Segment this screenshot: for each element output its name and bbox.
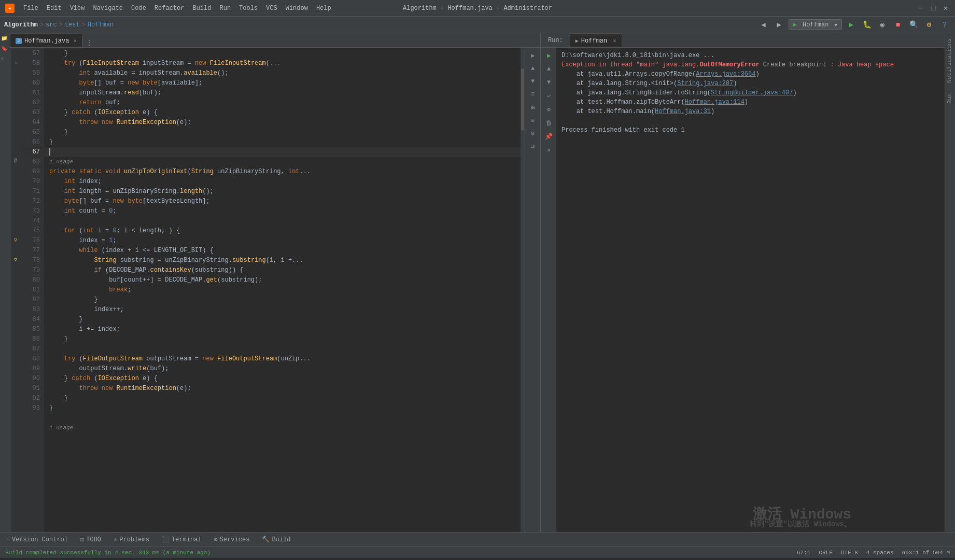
line-num-68: 68 <box>21 157 44 167</box>
menu-view[interactable]: View <box>66 3 89 13</box>
status-right: 67:1 CRLF UTF-8 4 spaces 693:1 of 504 M <box>797 550 950 556</box>
gutter-65 <box>10 127 21 136</box>
settings-button[interactable]: ⚙ <box>923 19 935 31</box>
scroll-down-button[interactable]: ▼ <box>527 76 539 87</box>
tab-problems[interactable]: ⚠ Problems <box>111 533 151 547</box>
line-ending[interactable]: CRLF <box>819 550 832 556</box>
find-in-file-button[interactable]: ≡ <box>527 89 539 100</box>
gutter-72 <box>10 195 21 205</box>
tab-version-control[interactable]: ⑃ Version Control <box>4 533 70 547</box>
link-hoffman-114[interactable]: Hoffman.java:114 <box>685 99 745 106</box>
run-clear-button[interactable]: 🗑 <box>543 117 555 129</box>
run-side-panel[interactable]: Run <box>945 88 955 109</box>
menu-file[interactable]: File <box>20 3 42 13</box>
run-pin-button[interactable]: 📌 <box>543 131 555 142</box>
breadcrumb-toggle[interactable]: ⇄ <box>527 141 539 152</box>
gutter-62 <box>10 97 21 107</box>
code-editor[interactable]: ⚠ @ ▽ ▽ <box>10 48 540 532</box>
bookmarks-icon[interactable]: 🔖 <box>1 46 9 54</box>
menu-build[interactable]: Build <box>189 3 215 13</box>
gutter-74 <box>10 215 21 225</box>
run-tab-close[interactable]: ✕ <box>613 37 616 44</box>
link-hoffman-31[interactable]: Hoffman.java:31 <box>655 108 711 115</box>
gutter-64 <box>10 117 21 127</box>
run-scroll-bottom[interactable]: ▼ <box>543 77 555 88</box>
tab-build[interactable]: 🔨 Build <box>260 533 292 547</box>
run-line-button[interactable]: ▶ <box>527 50 539 61</box>
project-icon[interactable]: 📁 <box>1 35 9 44</box>
code-line-72: int count = 0; <box>44 206 521 216</box>
menu-help[interactable]: Help <box>313 3 335 13</box>
run-restart-button[interactable]: ▶ <box>543 50 555 61</box>
run-tab[interactable]: ▶ Hoffman ✕ <box>570 34 622 47</box>
run-button[interactable]: ▶ <box>845 19 858 31</box>
tab-services[interactable]: ⚙ Services <box>212 533 252 547</box>
scroll-up-button[interactable]: ▲ <box>527 63 539 74</box>
code-line-84: i += index; <box>44 325 521 334</box>
column-button[interactable]: ⊞ <box>527 102 539 113</box>
debug-button[interactable]: 🐛 <box>861 19 873 31</box>
menu-edit[interactable]: Edit <box>43 3 65 13</box>
build-label: Build <box>272 536 290 543</box>
cursor-position[interactable]: 67:1 <box>797 550 810 556</box>
nav-forward-button[interactable]: ▶ <box>773 19 785 31</box>
run-close-button[interactable]: ✕ <box>543 144 555 156</box>
right-panel: Notifications Run <box>945 33 955 532</box>
link-arrays[interactable]: Arrays.java:3664 <box>696 71 755 78</box>
tab-todo[interactable]: ☑ TODO <box>78 533 103 547</box>
help-button[interactable]: ? <box>938 19 951 31</box>
run-line-2: Exception in thread "main" java.lang.Out… <box>561 60 939 69</box>
close-button[interactable]: ✕ <box>942 4 950 12</box>
menu-navigate[interactable]: Navigate <box>89 3 127 13</box>
run-wrap-button[interactable]: ↩ <box>543 90 555 102</box>
link-string[interactable]: String.java:207 <box>677 80 733 87</box>
tab-close-button[interactable]: ✕ <box>73 37 77 44</box>
scroll-thumb[interactable] <box>521 68 524 131</box>
link-stringbuilder[interactable]: StringBuilder.java:407 <box>711 89 793 96</box>
code-content[interactable]: } try (FileInputStream inputStream = new… <box>44 48 521 532</box>
run-with-coverage-button[interactable]: ◉ <box>876 19 889 31</box>
code-line-71: byte[] buf = new byte[textBytesLength]; <box>44 197 521 206</box>
code-line-80: break; <box>44 285 521 295</box>
menu-window[interactable]: Window <box>282 3 312 13</box>
indent-setting[interactable]: 4 spaces <box>866 550 894 556</box>
encoding[interactable]: UTF-8 <box>841 550 858 556</box>
menu-refactor[interactable]: Refactor <box>151 3 188 13</box>
maximize-button[interactable]: □ <box>929 4 937 12</box>
structure-icon[interactable]: ≡ <box>1 56 9 64</box>
line-num-70: 70 <box>21 177 44 187</box>
diff-button[interactable]: ⊙ <box>527 115 539 126</box>
line-num-59: 59 <box>21 68 44 78</box>
gutter-76: ▽ <box>10 235 21 245</box>
breadcrumb-project[interactable]: Algorithm <box>4 21 38 29</box>
tab-terminal[interactable]: ⬛ Terminal <box>160 533 204 547</box>
breadcrumb-file[interactable]: Hoffman <box>88 21 114 29</box>
notifications-panel[interactable]: Notifications <box>945 33 955 88</box>
create-breakpoint[interactable]: Create breakpoint <box>760 61 827 68</box>
menu-run[interactable]: Run <box>216 3 234 13</box>
run-config-label: Hoffman <box>803 21 828 29</box>
menu-code[interactable]: Code <box>128 3 150 13</box>
search-button[interactable]: 🔍 <box>907 19 920 31</box>
menu-vcs[interactable]: VCS <box>262 3 281 13</box>
line-num-62: 62 <box>21 98 44 108</box>
code-line-93 <box>44 413 521 423</box>
run-settings-button[interactable]: ⚙ <box>543 104 555 115</box>
tab-more-button[interactable]: ⋮ <box>82 38 96 47</box>
run-scroll-top[interactable]: ▲ <box>543 63 555 75</box>
history-button[interactable]: ⊗ <box>527 128 539 139</box>
vertical-scrollbar[interactable] <box>521 48 525 532</box>
breadcrumb-test[interactable]: test <box>65 21 80 29</box>
minimize-button[interactable]: ─ <box>917 4 925 12</box>
editor-gutter: ⚠ @ ▽ ▽ <box>10 48 21 532</box>
window-controls: ─ □ ✕ <box>917 4 950 12</box>
breadcrumb-src[interactable]: src <box>46 21 57 29</box>
run-config-selector[interactable]: ▶ Hoffman ▼ <box>789 19 842 30</box>
line-num-65: 65 <box>21 128 44 137</box>
stop-button[interactable]: ■ <box>892 19 904 31</box>
code-line-78: if (DECODE_MAP.containsKey(substring)) { <box>44 265 521 275</box>
nav-back-button[interactable]: ◀ <box>757 19 770 31</box>
line-num-64: 64 <box>21 118 44 128</box>
editor-tab-hoffman[interactable]: J Hoffman.java ✕ <box>10 34 82 47</box>
menu-tools[interactable]: Tools <box>235 3 261 13</box>
